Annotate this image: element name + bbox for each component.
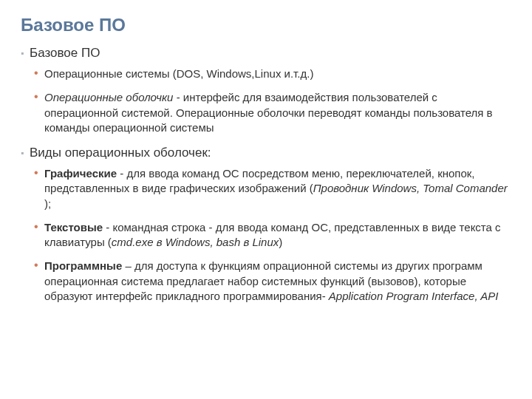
text-italic: Application Program Interface, API <box>329 290 499 302</box>
page-title: Базовое ПО <box>21 15 511 35</box>
text-bold: Текстовые <box>44 221 103 233</box>
text: ); <box>44 197 51 210</box>
list-item: Операционные оболочки - интерфейс для вз… <box>34 90 511 135</box>
list-item: Графические - для ввода команд ОС посред… <box>34 166 511 211</box>
text-bold: Программные <box>44 259 122 272</box>
text-italic: cmd.exe в Windows, bash в Linux <box>112 236 279 248</box>
list-base-software: Операционные системы (DOS, Windows,Linux… <box>34 66 511 135</box>
list-item: Текстовые - командная строка - для ввода… <box>34 220 511 250</box>
section-shell-types: Виды операционных оболочек: Графические … <box>21 146 511 304</box>
heading-base-software: Базовое ПО <box>21 46 511 61</box>
text: ) <box>279 236 282 248</box>
text-italic: Проводник Windows, Tomal Comander <box>313 182 508 194</box>
list-shell-types: Графические - для ввода команд ОС посред… <box>34 166 511 304</box>
heading-shell-types: Виды операционных оболочек: <box>21 146 511 160</box>
list-item: Операционные системы (DOS, Windows,Linux… <box>34 66 511 81</box>
text-bold: Графические <box>44 167 117 180</box>
section-base-software: Базовое ПО Операционные системы (DOS, Wi… <box>21 46 511 135</box>
slide: Базовое ПО Базовое ПО Операционные систе… <box>0 0 532 329</box>
text-italic: Операционные оболочки <box>44 91 173 103</box>
list-item: Программные – для доступа к функциям опр… <box>34 259 511 304</box>
